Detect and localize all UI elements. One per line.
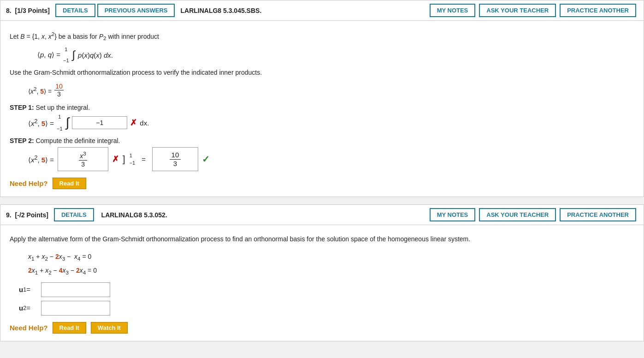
watch-it-button-9[interactable]: Watch It [91, 322, 128, 334]
question-8-number: 8. [1/3 Points] [6, 7, 50, 14]
previous-answers-button-8[interactable]: PREVIOUS ANSWERS [97, 4, 175, 17]
equation-system: x1 + x2 − 2x3 − x4 = 0 2x1 + x2 − 4x3 − … [28, 250, 634, 278]
u2-input[interactable] [41, 301, 110, 316]
question-8-block: 8. [1/3 Points] DETAILS PREVIOUS ANSWERS… [0, 0, 644, 197]
step2-label: STEP 2: Compute the definite integral. [10, 137, 634, 144]
need-help-label-9: Need Help? [10, 324, 48, 332]
question-8-body: Let B = {1, x, x2} be a basis for P2 wit… [0, 21, 644, 197]
details-button-9[interactable]: DETAILS [54, 208, 94, 221]
my-notes-button-8[interactable]: MY NOTES [430, 4, 476, 17]
instruction-8: Use the Gram-Schmidt orthonormalization … [10, 67, 634, 78]
need-help-row-8: Need Help? Read It [10, 178, 634, 189]
inner-product-def: ⟨p, q⟩ = 1 −1 ∫ p(x)q(x) dx. [37, 47, 634, 63]
ask-teacher-button-9[interactable]: ASK YOUR TEACHER [479, 208, 556, 221]
need-help-row-9: Need Help? Read It Watch It [10, 322, 634, 334]
details-button-8[interactable]: DETAILS [55, 4, 95, 17]
question-9-block: 9. [-/2 Points] DETAILS LARLINALG8 5.3.0… [0, 204, 644, 341]
step2-input[interactable]: x3 3 [58, 147, 108, 171]
question-8-header: 8. [1/3 Points] DETAILS PREVIOUS ANSWERS… [0, 0, 644, 21]
header-right-8: MY NOTES ASK YOUR TEACHER PRACTICE ANOTH… [430, 4, 638, 17]
header-right-9: MY NOTES ASK YOUR TEACHER PRACTICE ANOTH… [430, 208, 638, 221]
question-id-8: LARLINALG8 5.3.045.SBS. [180, 7, 429, 14]
step2-result: 10 3 [152, 147, 198, 171]
eq1: x1 + x2 − 2x3 − x4 = 0 [28, 250, 634, 264]
step2-check: ✓ [202, 154, 210, 165]
practice-another-button-9[interactable]: PRACTICE ANOTHER [560, 208, 636, 221]
u2-label: u2 = [19, 304, 37, 312]
question-id-9: LARLINALG8 5.3.052. [101, 211, 430, 219]
question-9-body: Apply the alternative form of the Gram-S… [0, 225, 644, 340]
read-it-button-9[interactable]: Read It [53, 322, 86, 334]
step2-integral: ⟨x2, 5⟩ = x3 3 ✗ ] 1 −1 = 10 3 [28, 147, 634, 171]
need-help-label-8: Need Help? [10, 179, 48, 187]
question-9-header: 9. [-/2 Points] DETAILS LARLINALG8 5.3.0… [0, 205, 644, 225]
read-it-button-8[interactable]: Read It [53, 178, 86, 189]
step2-cross: ✗ [112, 154, 119, 164]
step1-label: STEP 1: Set up the integral. [10, 104, 634, 111]
problem-text-8: Let B = {1, x, x2} be a basis for P2 wit… [10, 29, 634, 43]
step1-integral: ⟨x2, 5⟩ = 1 −1 ∫ −1 ✗ dx. [28, 114, 634, 131]
u2-row: u2 = [19, 301, 634, 316]
u1-label: u1 = [19, 286, 37, 293]
inner-product-result: ⟨x2, 5⟩ = 10 3 [28, 83, 634, 99]
step1-input[interactable]: −1 [72, 116, 127, 129]
practice-another-button-8[interactable]: PRACTICE ANOTHER [560, 4, 636, 17]
problem-text-9: Apply the alternative form of the Gram-S… [10, 233, 634, 245]
my-notes-button-9[interactable]: MY NOTES [430, 208, 476, 221]
ask-teacher-button-8[interactable]: ASK YOUR TEACHER [479, 4, 556, 17]
eq2: 2x1 + x2 − 4x3 − 2x4 = 0 [28, 264, 634, 278]
u1-input[interactable] [41, 282, 110, 297]
step1-cross: ✗ [130, 118, 137, 128]
u1-row: u1 = [19, 282, 634, 297]
question-9-number: 9. [-/2 Points] [6, 211, 48, 219]
